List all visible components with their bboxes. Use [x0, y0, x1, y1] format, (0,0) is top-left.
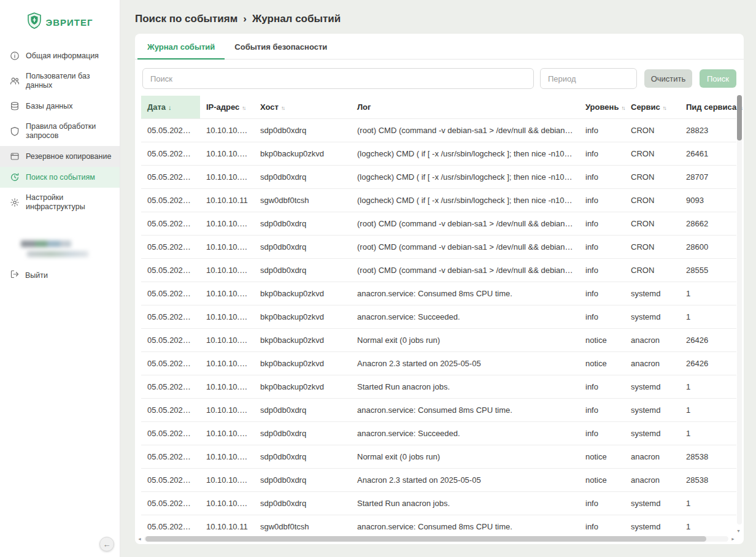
column-label: Лог [357, 102, 371, 112]
cell-pid: 28600 [680, 236, 736, 259]
backup-icon [10, 152, 20, 161]
cell-date: 05.05.2025 12... [141, 329, 200, 352]
cell-pid: 28538 [680, 445, 736, 469]
clear-button[interactable]: Очистить [644, 69, 692, 88]
cell-pid: 26426 [680, 352, 736, 375]
clock-history-icon [10, 172, 20, 182]
cell-pid: 9093 [680, 189, 736, 212]
scroll-left-icon[interactable]: ◄ [137, 537, 142, 541]
column-header-service[interactable]: Сервис↑↓ [625, 96, 680, 119]
table-row[interactable]: 05.05.2025 12... 10.10.10.12 sdp0db0xdrq… [141, 399, 736, 422]
column-header-host[interactable]: Хост↑↓ [254, 96, 351, 119]
cell-pid: 26461 [680, 142, 736, 166]
cell-pid: 28555 [680, 259, 736, 282]
table-row[interactable]: 05.05.2025 12... 10.10.10.12 sdp0db0xdrq… [141, 422, 736, 445]
cell-log: Anacron 2.3 started on 2025-05-05 [351, 469, 579, 492]
sidebar-item-label: Поиск по событиям [26, 173, 95, 182]
cell-pid: 28662 [680, 212, 736, 236]
table-row[interactable]: 05.05.2025 13... 10.10.10.13 bkp0backup0… [141, 142, 736, 166]
column-header-service-pid[interactable]: Пид сервиса↑↓ [680, 96, 736, 119]
cell-host: sdp0db0xdrq [254, 399, 351, 422]
cell-log: (logcheck) CMD ( if [ -x /usr/sbin/logch… [351, 189, 579, 212]
table-row[interactable]: 05.05.2025 13... 10.10.10.12 sdp0db0xdrq… [141, 166, 736, 189]
logout-button[interactable]: Выйти [0, 257, 120, 293]
table-row[interactable]: 05.05.2025 13... 10.10.10.11 sgw0dbf0tcs… [141, 189, 736, 212]
sidebar: ЭВРИТЕГ Общая информация Пользова [0, 0, 120, 557]
scroll-right-icon[interactable]: ► [731, 537, 735, 541]
cell-level: notice [579, 469, 625, 492]
table-row[interactable]: 05.05.2025 12... 10.10.10.13 bkp0backup0… [141, 375, 736, 399]
cell-ip: 10.10.10.12 [200, 469, 254, 492]
brand-name: ЭВРИТЕГ [46, 17, 93, 28]
breadcrumb-section[interactable]: Поиск по событиям [135, 13, 237, 25]
table-row[interactable]: 05.05.2025 12... 10.10.10.13 bkp0backup0… [141, 352, 736, 375]
column-label: Сервис [631, 102, 660, 112]
column-header-level[interactable]: Уровень↑↓ [579, 96, 625, 119]
cell-ip: 10.10.10.12 [200, 119, 254, 142]
column-label: Пид сервиса [686, 102, 736, 112]
cell-log: Started Run anacron jobs. [351, 492, 579, 515]
vertical-scrollbar-thumb[interactable] [737, 95, 742, 140]
period-input[interactable] [540, 68, 637, 89]
table-row[interactable]: 05.05.2025 12... 10.10.10.13 bkp0backup0… [141, 282, 736, 305]
cell-pid: 26426 [680, 329, 736, 352]
cell-service: anacron [625, 329, 680, 352]
app-root: ЭВРИТЕГ Общая информация Пользова [0, 0, 756, 557]
sidebar-item-databases[interactable]: Базы данных [0, 96, 120, 117]
scroll-down-icon[interactable]: ▼ [736, 529, 741, 533]
table-row[interactable]: 05.05.2025 12... 10.10.10.12 sdp0db0xdrq… [141, 212, 736, 236]
horizontal-scrollbar-track[interactable] [144, 536, 728, 542]
cell-level: info [579, 189, 625, 212]
sidebar-item-db-users[interactable]: Пользователи баз данных [0, 66, 120, 96]
cell-host: bkp0backup0zkvd [254, 352, 351, 375]
sidebar-item-general-info[interactable]: Общая информация [0, 45, 120, 66]
sidebar-item-infrastructure-settings[interactable]: Настройки инфраструктуры [0, 188, 120, 217]
cell-host: sdp0db0xdrq [254, 236, 351, 259]
sort-icon: ↑↓ [242, 105, 245, 111]
table-row[interactable]: 05.05.2025 12... 10.10.10.12 sdp0db0xdrq… [141, 445, 736, 469]
cell-log: (logcheck) CMD ( if [ -x /usr/sbin/logch… [351, 142, 579, 166]
cell-ip: 10.10.10.13 [200, 282, 254, 305]
sidebar-item-label: Настройки инфраструктуры [26, 193, 114, 212]
events-table: Дата↓ IP-адрес↑↓ Хост↑↓ Лог Уровень↑↓ Се… [141, 96, 736, 538]
tab-security-events[interactable]: События безопасности [225, 34, 337, 59]
cell-level: info [579, 305, 625, 329]
sidebar-collapse-button[interactable]: ← [99, 537, 114, 551]
cell-date: 05.05.2025 12... [141, 445, 200, 469]
cell-date: 05.05.2025 12... [141, 236, 200, 259]
sidebar-item-event-search[interactable]: Поиск по событиям [0, 167, 120, 188]
cell-pid: 1 [680, 305, 736, 329]
column-header-date[interactable]: Дата↓ [141, 96, 200, 119]
column-label: IP-адрес [206, 102, 239, 112]
search-input[interactable] [142, 68, 534, 89]
horizontal-scrollbar-thumb[interactable] [145, 536, 706, 542]
cell-date: 05.05.2025 12... [141, 305, 200, 329]
vertical-scrollbar-track[interactable] [737, 95, 742, 524]
user-name-blur-line [27, 251, 88, 257]
table-row[interactable]: 05.05.2025 12... 10.10.10.12 sdp0db0xdrq… [141, 469, 736, 492]
table-row[interactable]: 05.05.2025 13... 10.10.10.12 sdp0db0xdrq… [141, 119, 736, 142]
logout-icon [10, 269, 20, 281]
table-row[interactable]: 05.05.2025 12... 10.10.10.12 sdp0db0xdrq… [141, 236, 736, 259]
sidebar-item-backup[interactable]: Резервное копирование [0, 146, 120, 167]
breadcrumb: Поиск по событиям › Журнал событий [135, 0, 744, 34]
cell-date: 05.05.2025 12... [141, 282, 200, 305]
table-body: 05.05.2025 13... 10.10.10.12 sdp0db0xdrq… [141, 119, 736, 539]
vertical-scrollbar[interactable]: ▼ [737, 95, 742, 524]
table-row[interactable]: 05.05.2025 12... 10.10.10.12 sdp0db0xdrq… [141, 259, 736, 282]
table-row[interactable]: 05.05.2025 12... 10.10.10.13 bkp0backup0… [141, 305, 736, 329]
horizontal-scrollbar[interactable]: ◄ ► [137, 535, 735, 542]
tab-event-log[interactable]: Журнал событий [137, 34, 225, 60]
cell-host: bkp0backup0zkvd [254, 282, 351, 305]
cell-service: CRON [625, 166, 680, 189]
cell-level: info [579, 282, 625, 305]
table-row[interactable]: 05.05.2025 12... 10.10.10.13 bkp0backup0… [141, 329, 736, 352]
cell-date: 05.05.2025 12... [141, 469, 200, 492]
search-button[interactable]: Поиск [700, 69, 736, 88]
cell-service: CRON [625, 189, 680, 212]
sort-desc-icon: ↓ [168, 104, 172, 111]
column-header-ip[interactable]: IP-адрес↑↓ [200, 96, 254, 119]
sidebar-item-request-rules[interactable]: Правила обработки запросов [0, 117, 120, 146]
table-row[interactable]: 05.05.2025 12... 10.10.10.12 sdp0db0xdrq… [141, 492, 736, 515]
page-title: Журнал событий [252, 13, 341, 25]
